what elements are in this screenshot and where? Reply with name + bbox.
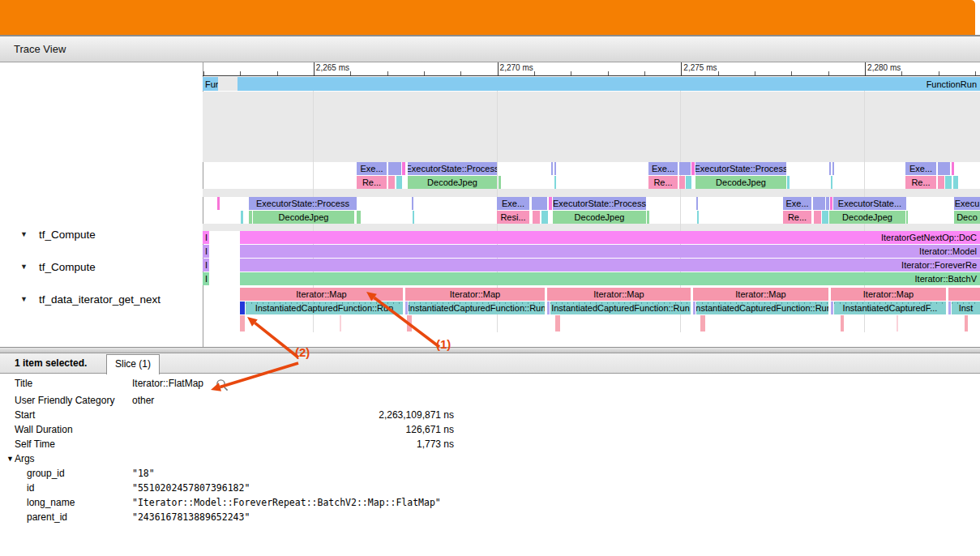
trace-segment[interactable] <box>938 162 950 175</box>
trace-segment[interactable]: Fun <box>203 77 218 91</box>
trace-segment[interactable]: Iterator::BatchV <box>240 272 980 285</box>
trace-segment[interactable]: Iterator::Map <box>693 288 828 301</box>
tab-slice[interactable]: Slice (1) <box>106 354 160 374</box>
trace-sliver[interactable] <box>549 197 552 210</box>
trace-sliver[interactable] <box>217 197 220 210</box>
trace-sliver[interactable] <box>832 162 834 175</box>
args-section-header[interactable]: ▼Args <box>6 453 35 464</box>
trace-segment[interactable]: Re... <box>648 176 678 189</box>
sidebar-group-tf-data-iterator-get-next[interactable]: ▼ tf_data_iterator_get_next <box>0 292 203 306</box>
trace-sliver[interactable] <box>357 211 361 224</box>
collapse-triangle-icon[interactable]: ▼ <box>20 230 32 238</box>
trace-sliver[interactable] <box>897 315 898 331</box>
trace-segment[interactable] <box>532 197 547 210</box>
trace-segment[interactable]: Exe... <box>497 197 529 210</box>
trace-sliver[interactable] <box>826 197 829 210</box>
trace-segment[interactable]: I <box>203 231 209 244</box>
trace-sliver[interactable] <box>700 315 705 331</box>
trace-segment[interactable]: Exe... <box>648 162 678 175</box>
args-collapse-icon[interactable]: ▼ <box>6 455 14 463</box>
trace-sliver[interactable] <box>679 176 685 189</box>
trace-sliver[interactable] <box>499 176 501 189</box>
trace-segment[interactable]: DecodeJpeg <box>253 211 354 224</box>
trace-segment[interactable]: Iterator::Map <box>547 288 691 301</box>
trace-segment[interactable]: ExecutorState::Process <box>408 162 497 175</box>
trace-segment[interactable]: DecodeJpeg <box>553 211 646 224</box>
trace-segment[interactable]: I <box>203 259 209 272</box>
trace-sliver[interactable] <box>696 197 698 210</box>
trace-segment[interactable]: Exe... <box>905 162 936 175</box>
trace-segment[interactable]: Iterator::Map <box>405 288 545 301</box>
trace-sliver[interactable] <box>396 176 402 189</box>
trace-sliver[interactable] <box>555 315 560 331</box>
collapse-triangle-icon[interactable]: ▼ <box>20 295 32 303</box>
trace-sliver[interactable] <box>647 211 649 224</box>
trace-sliver[interactable] <box>413 211 414 224</box>
trace-sliver[interactable] <box>831 176 832 189</box>
trace-segment[interactable]: InstantiatedCapturedFunction::Run <box>409 302 545 314</box>
trace-sliver[interactable] <box>340 315 341 331</box>
trace-segment[interactable] <box>388 162 401 175</box>
trace-segment[interactable] <box>813 197 825 210</box>
trace-segment[interactable]: Iterator::Map <box>831 288 946 301</box>
trace-segment[interactable]: Inst <box>952 302 980 314</box>
trace-segment[interactable]: Re... <box>783 211 811 224</box>
panel-splitter[interactable] <box>0 347 980 353</box>
trace-sliver[interactable] <box>402 162 405 175</box>
trace-segment[interactable]: DecodeJpeg <box>695 176 786 189</box>
trace-segment[interactable]: Re... <box>357 176 387 189</box>
trace-sliver[interactable] <box>841 315 844 331</box>
trace-sliver[interactable] <box>405 302 408 314</box>
trace-segment[interactable]: DecodeJpeg <box>829 211 905 224</box>
trace-sliver[interactable] <box>829 162 831 175</box>
trace-sliver[interactable] <box>533 211 540 224</box>
trace-sliver[interactable] <box>686 176 691 189</box>
sidebar-group-tf-compute-2[interactable]: ▼ tf_Compute <box>0 259 203 274</box>
trace-segment[interactable]: Exe... <box>357 162 387 175</box>
collapse-triangle-icon[interactable]: ▼ <box>20 263 32 271</box>
trace-segment[interactable]: Re... <box>905 176 936 189</box>
trace-sliver[interactable] <box>547 302 550 314</box>
trace-segment[interactable]: Iterator::Map <box>240 288 403 301</box>
trace-segment[interactable] <box>948 288 980 301</box>
trace-sliver[interactable] <box>691 162 695 175</box>
trace-segment[interactable]: Iterator::ForeverRe <box>240 259 980 272</box>
trace-sliver[interactable] <box>697 211 699 224</box>
trace-sliver[interactable] <box>541 211 548 224</box>
trace-segment[interactable]: ExecutorState::Process <box>249 197 357 210</box>
trace-sliver[interactable] <box>938 176 944 189</box>
trace-sliver[interactable] <box>906 211 908 224</box>
trace-sliver[interactable] <box>831 302 833 314</box>
trace-sliver[interactable] <box>787 176 790 189</box>
trace-sliver[interactable] <box>554 176 556 189</box>
trace-sliver[interactable] <box>830 197 832 210</box>
trace-segment[interactable]: Deco <box>954 211 980 224</box>
trace-sliver[interactable] <box>965 315 968 331</box>
trace-segment[interactable]: InstantiatedCapturedF... <box>834 302 946 314</box>
trace-sliver[interactable] <box>814 211 821 224</box>
trace-sliver[interactable] <box>948 302 951 314</box>
search-icon[interactable] <box>216 379 229 392</box>
trace-sliver[interactable] <box>952 162 954 175</box>
trace-segment[interactable]: Iterator::Model <box>240 245 980 258</box>
trace-sliver[interactable] <box>822 211 828 224</box>
trace-segment[interactable]: InstantiatedCapturedFunction::Run <box>696 302 828 314</box>
trace-segment[interactable]: InstantiatedCapturedFunction::Run <box>550 302 691 314</box>
trace-sliver[interactable] <box>554 162 556 175</box>
trace-segment[interactable]: ExecutorState... <box>833 197 906 210</box>
trace-sliver[interactable] <box>693 302 695 314</box>
trace-segment[interactable]: Resi... <box>497 211 529 224</box>
trace-segment[interactable]: Execu <box>954 197 980 210</box>
trace-segment[interactable]: DecodeJpeg <box>408 176 497 189</box>
trace-segment[interactable]: Exe... <box>783 197 811 210</box>
trace-sliver[interactable] <box>551 162 553 175</box>
trace-sliver[interactable] <box>953 176 958 189</box>
trace-sliver[interactable] <box>412 197 413 210</box>
selected-slice[interactable] <box>240 302 245 314</box>
trace-sliver[interactable] <box>407 315 412 331</box>
trace-segment[interactable] <box>679 162 691 175</box>
trace-sliver[interactable] <box>240 315 245 331</box>
trace-segment[interactable]: I <box>203 245 209 258</box>
trace-sliver[interactable] <box>249 211 252 224</box>
trace-sliver[interactable] <box>945 176 952 189</box>
